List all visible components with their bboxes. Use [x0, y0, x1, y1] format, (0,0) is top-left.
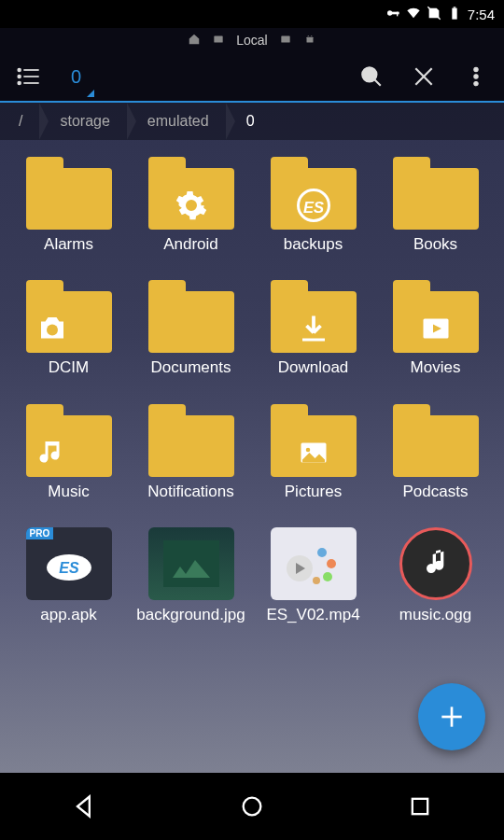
svg-line-18 — [374, 79, 381, 86]
apk-thumbnail: PROES — [26, 527, 112, 600]
svg-rect-6 — [215, 35, 223, 42]
close-button[interactable] — [403, 56, 444, 97]
folder-icon — [26, 404, 112, 477]
gear-icon — [175, 189, 208, 222]
svg-point-21 — [474, 67, 478, 71]
breadcrumb: / storage emulated 0 — [0, 103, 504, 140]
file-label: Podcasts — [403, 483, 469, 501]
svg-rect-1 — [391, 11, 399, 14]
battery-icon — [447, 6, 462, 23]
svg-rect-41 — [413, 799, 427, 814]
image-icon — [297, 436, 330, 469]
window-tab-indicator[interactable]: 0 — [60, 52, 92, 101]
android-icon[interactable] — [303, 33, 316, 49]
folder-item[interactable]: Movies — [378, 280, 493, 377]
svg-point-11 — [18, 69, 21, 72]
home-icon[interactable] — [188, 33, 201, 49]
folder-item[interactable]: Pictures — [256, 404, 371, 501]
recent-button[interactable] — [392, 788, 448, 825]
svg-point-22 — [474, 75, 478, 78]
location-tabs: Local — [0, 28, 504, 52]
music-icon — [35, 436, 69, 469]
overflow-menu-button[interactable] — [455, 56, 497, 97]
action-bar: 0 — [0, 52, 504, 103]
breadcrumb-segment[interactable]: / — [0, 103, 41, 140]
file-item[interactable]: ES_V02.mp4 — [256, 527, 371, 624]
folder-icon — [271, 404, 357, 477]
folder-item[interactable]: Documents — [133, 280, 248, 377]
file-label: music.ogg — [399, 606, 471, 624]
folder-item[interactable]: Alarms — [11, 157, 126, 254]
folder-icon — [26, 280, 112, 353]
status-bar: 7:54 — [0, 0, 504, 28]
tab-local-label[interactable]: Local — [236, 33, 267, 48]
folder-item[interactable]: Music — [11, 404, 126, 501]
folder-item[interactable]: DCIM — [11, 280, 126, 377]
file-label: ES_V02.mp4 — [266, 606, 359, 624]
svg-rect-5 — [453, 7, 455, 7]
svg-point-17 — [362, 67, 376, 81]
svg-rect-2 — [397, 11, 398, 16]
svg-point-26 — [47, 325, 58, 336]
file-label: Alarms — [44, 235, 93, 254]
video-thumbnail — [271, 527, 357, 600]
folder-icon — [393, 280, 479, 353]
menu-button[interactable] — [7, 56, 49, 97]
status-time: 7:54 — [468, 7, 495, 22]
add-fab[interactable] — [418, 683, 485, 750]
svg-point-40 — [244, 798, 261, 816]
breadcrumb-segment[interactable]: emulated — [129, 103, 228, 140]
folder-icon — [148, 280, 234, 353]
svg-point-13 — [18, 76, 21, 78]
folder-icon — [148, 404, 234, 477]
file-item[interactable]: music.ogg — [378, 527, 493, 624]
svg-point-10 — [311, 35, 312, 35]
file-label: Download — [278, 358, 349, 377]
folder-item[interactable]: Books — [378, 157, 493, 254]
file-label: Notifications — [147, 483, 234, 501]
folder-item[interactable]: ESbackups — [256, 157, 371, 254]
breadcrumb-segment[interactable]: storage — [41, 103, 128, 140]
sdcard-icon-2[interactable] — [279, 33, 292, 49]
audio-thumbnail — [399, 527, 472, 600]
svg-text:ES: ES — [302, 199, 323, 216]
folder-icon — [393, 157, 479, 230]
svg-point-23 — [474, 81, 478, 85]
file-label: Pictures — [285, 483, 342, 501]
pro-badge: PRO — [26, 527, 54, 539]
file-label: Music — [48, 483, 89, 501]
play-icon — [419, 312, 453, 345]
back-button[interactable] — [56, 788, 112, 825]
svg-rect-4 — [452, 7, 456, 19]
download-icon — [297, 312, 330, 345]
svg-point-9 — [307, 35, 308, 35]
search-button[interactable] — [351, 56, 392, 97]
folder-item[interactable]: Android — [133, 157, 248, 254]
wifi-icon — [406, 6, 421, 23]
svg-rect-7 — [281, 35, 289, 42]
svg-point-15 — [18, 82, 21, 85]
folder-item[interactable]: Notifications — [133, 404, 248, 501]
file-item[interactable]: PROESapp.apk — [11, 527, 126, 624]
svg-text:ES: ES — [59, 560, 79, 576]
breadcrumb-segment[interactable]: 0 — [228, 103, 273, 140]
file-label: Movies — [411, 358, 461, 377]
folder-item[interactable]: Podcasts — [378, 404, 493, 501]
file-label: Documents — [151, 358, 231, 377]
svg-point-36 — [323, 572, 332, 581]
no-sim-icon — [427, 6, 441, 23]
window-tab-number: 0 — [71, 66, 81, 88]
file-item[interactable]: background.jpg — [133, 527, 248, 624]
file-label: Android — [163, 235, 218, 254]
folder-item[interactable]: Download — [256, 280, 371, 377]
folder-icon — [26, 157, 112, 230]
svg-rect-8 — [306, 36, 313, 42]
file-label: DCIM — [49, 358, 89, 377]
svg-point-34 — [317, 548, 327, 557]
svg-point-37 — [313, 577, 320, 584]
svg-point-35 — [327, 559, 336, 568]
sdcard-icon[interactable] — [212, 33, 225, 49]
svg-point-0 — [387, 10, 392, 15]
home-button[interactable] — [224, 788, 280, 825]
file-label: backups — [284, 235, 343, 254]
